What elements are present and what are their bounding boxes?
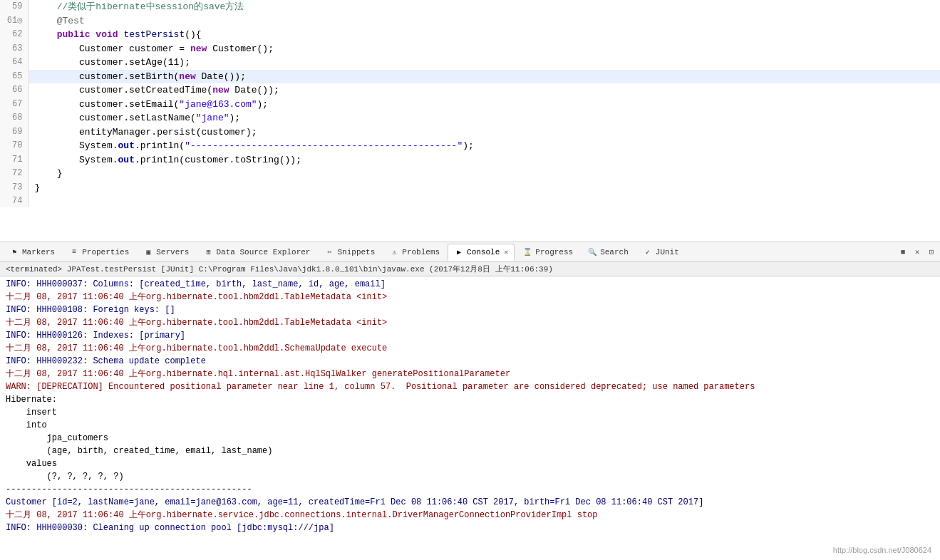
code-line: 64 customer.setAge(11); xyxy=(0,56,940,70)
datasource-tab-icon: ⊞ xyxy=(203,247,213,257)
line-number: 73 xyxy=(0,181,29,195)
line-code: @Test xyxy=(29,14,940,28)
code-table: 59 //类似于hibernate中session的save方法61◎ @Tes… xyxy=(0,0,940,207)
line-number: 70 xyxy=(0,139,29,153)
line-code: } xyxy=(29,167,940,181)
tab-snippets[interactable]: ✂Snippets xyxy=(318,244,381,261)
line-code: customer.setLastName("jane"); xyxy=(29,111,940,125)
line-code: customer.setEmail("jane@163.com"); xyxy=(29,98,940,112)
line-code: customer.setCreatedTime(new Date()); xyxy=(29,83,940,98)
line-number: 62 xyxy=(0,28,29,42)
code-editor: 59 //类似于hibernate中session的save方法61◎ @Tes… xyxy=(0,0,940,242)
code-line: 68 customer.setLastName("jane"); xyxy=(0,111,940,125)
search-tab-icon: 🔍 xyxy=(587,247,597,257)
line-number: 66 xyxy=(0,83,29,98)
console-line: 十二月 08, 2017 11:06:40 上午org.hibernate.se… xyxy=(0,509,940,522)
snippets-tab-label: Snippets xyxy=(337,248,375,256)
line-code: System.out.println(customer.toString()); xyxy=(29,153,940,167)
line-code: customer.setBirth(new Date()); xyxy=(29,70,940,84)
console-line: 十二月 08, 2017 11:06:40 上午org.hibernate.to… xyxy=(0,316,940,329)
console-tab-icon: ▶ xyxy=(454,247,464,257)
line-code: Customer customer = new Customer(); xyxy=(29,42,940,56)
console-line: ----------------------------------------… xyxy=(0,483,940,496)
line-code: public void testPersist(){ xyxy=(29,28,940,42)
console-line: jpa_cutomers xyxy=(0,432,940,445)
line-code: } xyxy=(29,181,940,195)
code-line: 69 entityManager.persist(customer); xyxy=(0,125,940,140)
console-line: INFO: HHH000126: Indexes: [primary] xyxy=(0,329,940,342)
console-line: (?, ?, ?, ?, ?) xyxy=(0,470,940,483)
markers-tab-icon: ⚑ xyxy=(9,247,19,257)
code-line: 71 System.out.println(customer.toString(… xyxy=(0,153,940,167)
code-line: 65 customer.setBirth(new Date()); xyxy=(0,70,940,84)
tab-datasource[interactable]: ⊞Data Source Explorer xyxy=(197,244,316,261)
line-number: 63 xyxy=(0,42,29,56)
line-code: customer.setAge(11); xyxy=(29,56,940,70)
line-number: 67 xyxy=(0,98,29,112)
code-line: 62 public void testPersist(){ xyxy=(0,28,940,42)
code-line: 74 xyxy=(0,195,940,207)
console-line: WARN: [DEPRECATION] Encountered position… xyxy=(0,380,940,393)
console-line: INFO: HHH000030: Cleaning up connection … xyxy=(0,522,940,534)
properties-tab-label: Properties xyxy=(82,248,129,256)
tab-console[interactable]: ▶Console✕ xyxy=(448,244,515,261)
horizontal-scrollbar[interactable] xyxy=(0,242,940,242)
line-code: System.out.println("--------------------… xyxy=(29,139,940,153)
tab-bar: ⚑Markers≡Properties▣Servers⊞Data Source … xyxy=(0,242,940,262)
code-line: 67 customer.setEmail("jane@163.com"); xyxy=(0,98,940,112)
code-line: 72 } xyxy=(0,167,940,181)
tab-properties[interactable]: ≡Properties xyxy=(63,244,135,261)
code-line: 66 customer.setCreatedTime(new Date()); xyxy=(0,83,940,98)
tab-markers[interactable]: ⚑Markers xyxy=(3,244,61,261)
tab-servers[interactable]: ▣Servers xyxy=(137,244,195,261)
console-line: 十二月 08, 2017 11:06:40 上午org.hibernate.to… xyxy=(0,342,940,355)
tab-junit[interactable]: ✓JUnit xyxy=(636,244,686,261)
console-line: INFO: HHH000232: Schema update complete xyxy=(0,355,940,368)
console-tab-close[interactable]: ✕ xyxy=(504,248,508,256)
code-line: 70 System.out.println("-----------------… xyxy=(0,139,940,153)
problems-tab-label: Problems xyxy=(402,248,440,256)
line-number: 64 xyxy=(0,56,29,70)
datasource-tab-label: Data Source Explorer xyxy=(216,248,310,256)
snippets-tab-icon: ✂ xyxy=(324,247,334,257)
line-number: 71 xyxy=(0,153,29,167)
junit-tab-label: JUnit xyxy=(656,248,679,256)
tab-problems[interactable]: ⚠Problems xyxy=(383,244,446,261)
servers-tab-icon: ▣ xyxy=(143,247,153,257)
junit-tab-icon: ✓ xyxy=(643,247,653,257)
status-bar: <terminated> JPATest.testPersist [JUnit]… xyxy=(0,262,940,276)
console-line: INFO: HHH000108: Foreign keys: [] xyxy=(0,304,940,316)
console-line: values xyxy=(0,457,940,470)
bottom-panel: ⚑Markers≡Properties▣Servers⊞Data Source … xyxy=(0,242,940,560)
code-line: 59 //类似于hibernate中session的save方法 xyxy=(0,0,940,14)
servers-tab-label: Servers xyxy=(156,248,189,256)
stop-button[interactable]: ■ xyxy=(897,247,909,258)
line-number: 69 xyxy=(0,125,29,140)
code-line: 63 Customer customer = new Customer(); xyxy=(0,42,940,56)
progress-tab-icon: ⌛ xyxy=(522,247,532,257)
maximize-button[interactable]: ⊡ xyxy=(926,247,937,258)
console-line: INFO: HHH000037: Columns: [created_time,… xyxy=(0,278,940,291)
line-number: 61◎ xyxy=(0,14,29,28)
line-code: //类似于hibernate中session的save方法 xyxy=(29,0,940,14)
tab-progress[interactable]: ⌛Progress xyxy=(516,244,579,261)
line-code xyxy=(29,195,940,207)
markers-tab-label: Markers xyxy=(22,248,55,256)
console-line: 十二月 08, 2017 11:06:40 上午org.hibernate.hq… xyxy=(0,368,940,380)
console-line: into xyxy=(0,419,940,432)
console-line: insert xyxy=(0,406,940,419)
code-line: 73} xyxy=(0,181,940,195)
line-number: 72 xyxy=(0,167,29,181)
line-number: 68 xyxy=(0,111,29,125)
console-line: (age, birth, created_time, email, last_n… xyxy=(0,445,940,457)
watermark: http://blog.csdn.net/J080624 xyxy=(833,546,931,554)
problems-tab-icon: ⚠ xyxy=(389,247,399,257)
tab-search[interactable]: 🔍Search xyxy=(581,244,635,261)
search-tab-label: Search xyxy=(600,248,629,256)
console-line: Hibernate: xyxy=(0,393,940,406)
tab-bar-right: ■ ✕ ⊡ xyxy=(897,247,937,258)
close-console-button[interactable]: ✕ xyxy=(911,247,923,258)
console-line: Customer [id=2, lastName=jane, email=jan… xyxy=(0,496,940,509)
console-output[interactable]: INFO: HHH000037: Columns: [created_time,… xyxy=(0,276,940,560)
line-number: 74 xyxy=(0,195,29,207)
